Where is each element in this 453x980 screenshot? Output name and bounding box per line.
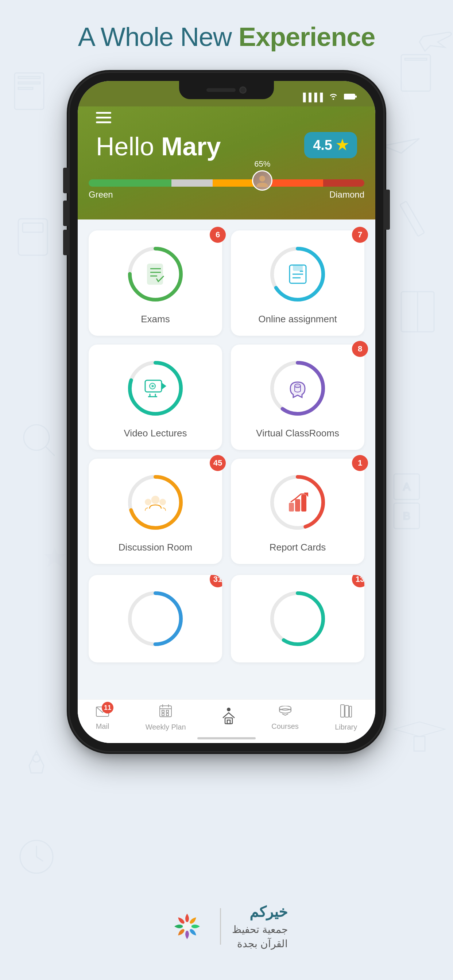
ring-exams <box>126 245 185 303</box>
rating-badge: 4.5 ★ <box>304 132 357 158</box>
ring-video-lectures <box>126 359 185 417</box>
nav-mail[interactable]: 11 Mail <box>96 705 109 730</box>
virtual-classrooms-label: Virtual ClassRooms <box>256 428 339 439</box>
footer-org-name: خيركم <box>232 902 288 923</box>
svg-rect-84 <box>345 705 349 717</box>
progress-section: 65% Green Diamond <box>89 180 364 200</box>
svg-line-10 <box>46 447 55 456</box>
progress-bar <box>89 180 364 187</box>
card-discussion-room[interactable]: 45 <box>89 459 222 564</box>
phone-screen: ▐▐▐▐ Hello Mary <box>78 81 375 743</box>
wifi-icon <box>328 92 338 102</box>
ring-online-assignment <box>268 245 327 303</box>
svg-rect-83 <box>341 705 344 717</box>
phone-mockup: ▐▐▐▐ Hello Mary <box>70 73 383 751</box>
svg-rect-76 <box>166 713 169 716</box>
footer-divider <box>220 908 221 945</box>
header-title-part1: A Whole New <box>78 22 239 51</box>
svg-point-86 <box>183 922 191 931</box>
online-assignment-label: Online assignment <box>258 313 337 325</box>
bottom-nav: 11 Mail <box>78 699 375 743</box>
footer: خيركم جمعية تحفيظ القرآن بجدة <box>0 902 453 951</box>
battery-icon <box>344 92 357 102</box>
library-icon <box>340 705 352 721</box>
card-partial-left[interactable]: 31 <box>89 575 222 662</box>
svg-rect-3 <box>18 88 33 89</box>
courses-icon <box>279 705 292 720</box>
progress-labels: Green Diamond <box>89 189 364 200</box>
nav-library[interactable]: Library <box>335 705 357 731</box>
svg-rect-0 <box>14 73 44 110</box>
svg-point-9 <box>24 425 49 450</box>
home-icon <box>222 711 235 728</box>
star-icon: ★ <box>336 137 348 153</box>
svg-point-25 <box>259 176 265 181</box>
ring-report-cards <box>268 473 327 531</box>
card-exams[interactable]: 6 <box>89 231 222 336</box>
svg-rect-11 <box>401 292 434 332</box>
nav-courses[interactable]: Courses <box>271 705 298 730</box>
nav-home-dot <box>227 708 231 711</box>
svg-rect-8 <box>400 201 424 237</box>
ring-partial-left <box>126 590 185 648</box>
svg-text:A: A <box>403 480 410 493</box>
nav-weekly-plan[interactable]: Weekly Plan <box>145 705 186 731</box>
partial-cards-row: 31 13 <box>78 575 375 662</box>
mail-label: Mail <box>96 722 109 730</box>
hamburger-menu[interactable] <box>96 112 111 123</box>
svg-marker-13 <box>44 547 65 567</box>
signal-icon: ▐▐▐▐ <box>300 92 323 102</box>
mail-badge: 11 <box>102 702 113 713</box>
card-report-cards[interactable]: 1 <box>231 459 364 564</box>
svg-rect-75 <box>162 713 164 716</box>
svg-rect-85 <box>349 706 352 717</box>
svg-point-18 <box>33 755 40 762</box>
greeting-text: Hello Mary <box>96 132 221 161</box>
card-grid: 6 <box>78 220 375 575</box>
svg-rect-2 <box>18 82 40 84</box>
svg-rect-6 <box>18 219 48 255</box>
svg-rect-19 <box>414 737 425 751</box>
card-video-lectures[interactable]: Video Lectures <box>89 345 222 450</box>
svg-rect-73 <box>162 710 164 713</box>
card-partial-right[interactable]: 13 <box>231 575 364 662</box>
svg-point-82 <box>279 709 291 713</box>
svg-rect-78 <box>227 720 230 724</box>
svg-point-20 <box>20 840 53 873</box>
weekly-plan-label: Weekly Plan <box>145 723 186 731</box>
discussion-room-label: Discussion Room <box>118 542 192 553</box>
phone-notch <box>179 81 274 99</box>
badge-partial-right: 13 <box>352 575 364 587</box>
svg-rect-5 <box>405 58 427 60</box>
home-indicator <box>197 737 256 740</box>
svg-rect-74 <box>166 710 169 713</box>
badge-exams: 6 <box>210 227 226 243</box>
nav-home[interactable] <box>222 708 235 728</box>
courses-label: Courses <box>271 722 298 730</box>
progress-percent-label: 65% <box>252 159 273 169</box>
footer-logo <box>165 905 209 948</box>
exams-label: Exams <box>141 313 170 325</box>
progress-bar-container: 65% <box>89 180 364 187</box>
svg-rect-16 <box>394 503 420 529</box>
ring-virtual-classrooms <box>268 359 327 417</box>
svg-rect-14 <box>394 474 420 500</box>
svg-rect-69 <box>160 706 171 717</box>
svg-rect-24 <box>355 95 357 98</box>
report-cards-label: Report Cards <box>270 542 326 553</box>
badge-virtual-classrooms: 8 <box>352 341 368 357</box>
svg-rect-77 <box>225 718 232 724</box>
header-title-part2: Experience <box>239 22 375 51</box>
ring-partial-right <box>268 590 327 648</box>
svg-rect-1 <box>18 76 40 78</box>
ring-discussion-room <box>126 473 185 531</box>
badge-online-assignment: 7 <box>352 227 368 243</box>
weekly-plan-icon <box>159 705 172 721</box>
card-online-assignment[interactable]: 7 <box>231 231 364 336</box>
card-virtual-classrooms[interactable]: 8 <box>231 345 364 450</box>
camera <box>239 86 247 94</box>
footer-org-city: القرآن بجدة <box>232 937 288 951</box>
svg-text:B: B <box>403 510 410 522</box>
page-header: A Whole New Experience <box>0 22 453 52</box>
svg-rect-4 <box>401 55 431 91</box>
